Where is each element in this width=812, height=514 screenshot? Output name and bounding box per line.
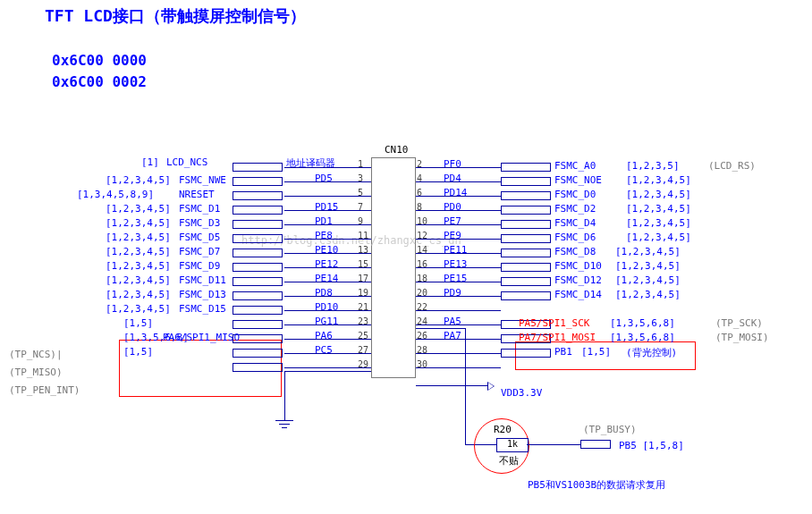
address-1: 0x6C00 0000 (52, 52, 147, 69)
right-signal-18: FSMC_D12 (554, 274, 602, 286)
left-pinnum-23: 23 (358, 316, 368, 326)
right-sheets-20: [1,2,3,4,5] (615, 289, 681, 300)
right-sheets-26: [1,3,5,6,8] (610, 332, 675, 343)
left-port-25 (233, 334, 283, 343)
left-bus-17: [1,2,3,4,5] (106, 274, 171, 286)
right-signal-16: FSMC_D10 (554, 260, 602, 272)
right-port-4 (501, 177, 551, 186)
left-lcd-ncs-signal: LCD_NCS (166, 156, 207, 168)
tp-pen-int-label: (TP_PEN_INT) (9, 384, 80, 396)
schematic-canvas: TFT LCD接口（带触摸屏控制信号） 0x6C00 0000 0x6C00 0… (0, 0, 812, 514)
r20-refdes: R20 (494, 424, 512, 435)
left-bus-13: [1,2,3,4,5] (106, 246, 171, 257)
right-net-16: PE13 (444, 258, 468, 270)
right-port-16 (501, 263, 551, 272)
right-pinnum-18: 18 (417, 274, 427, 283)
right-pinnum-20: 20 (417, 288, 427, 298)
left-signal-17: FSMC_D11 (179, 274, 226, 286)
right-port-28 (501, 349, 551, 358)
left-port-7 (233, 206, 283, 215)
right-pinnum-2: 2 (417, 159, 422, 169)
right-signal-20: FSMC_D14 (554, 289, 602, 300)
right-pinnum-26: 26 (417, 331, 427, 341)
tp-busy-port (580, 440, 611, 449)
left-port-15 (233, 263, 283, 272)
left-net-17: PE14 (315, 273, 339, 284)
left-net-9: PD1 (315, 215, 333, 227)
right-signal-2: FSMC_A0 (554, 160, 596, 172)
right-signal-6: FSMC_D0 (554, 189, 596, 200)
left-bus-21: [1,2,3,4,5] (106, 303, 171, 315)
left-net-19: PD8 (315, 287, 333, 299)
vdd-label: VDD3.3V (501, 387, 542, 399)
left-net-3: PD5 (315, 173, 333, 184)
left-signal-5: NRESET (179, 189, 215, 200)
right-signal-4: FSMC_NOE (554, 174, 602, 186)
right-net-10: PE7 (444, 215, 461, 227)
right-wire-30 (416, 367, 501, 368)
right-signal-26: PA7/SPI1_MOSI (519, 332, 596, 343)
power-arrow-icon (487, 382, 495, 391)
left-port-21 (233, 306, 283, 315)
left-signal-21: FSMC_D15 (179, 303, 226, 315)
right-signal-14: FSMC_D8 (554, 246, 596, 257)
right-net-18: PE15 (444, 273, 468, 284)
left-port-19 (233, 291, 283, 300)
left-net-25: PA6 (315, 330, 333, 341)
left-signal-15: FSMC_D9 (179, 260, 220, 272)
right-port-12 (501, 234, 551, 243)
left-net-27: PC5 (315, 344, 333, 356)
right-signal-8: FSMC_D2 (554, 203, 596, 215)
right-extra-28: (背光控制) (626, 346, 677, 359)
right-pinnum-24: 24 (417, 316, 427, 326)
right-pinnum-14: 14 (417, 245, 427, 255)
right-net-4: PD4 (444, 173, 461, 184)
right-net-20: PD9 (444, 287, 461, 299)
address-2: 0x6C00 0002 (52, 73, 147, 90)
left-bus-5: [1,3,4,5,8,9] (77, 189, 154, 200)
left-port-23 (233, 320, 283, 329)
left-net-21: PD10 (315, 301, 339, 313)
left-port-29 (233, 363, 283, 372)
right-sheets-4: [1,2,3,4,5] (626, 174, 691, 186)
left-port-11 (233, 234, 283, 243)
left-pinnum-21: 21 (358, 302, 368, 312)
left-pinnum-25: 25 (358, 331, 368, 341)
page-title: TFT LCD接口（带触摸屏控制信号） (45, 5, 306, 27)
left-bus-9: [1,2,3,4,5] (106, 217, 171, 229)
right-extra-26: (TP_MOSI) (715, 332, 769, 343)
left-pinnum-27: 27 (358, 345, 368, 355)
left-pinnum-29: 29 (358, 359, 368, 369)
left-net-15: PE12 (315, 258, 339, 270)
left-pinnum-13: 13 (358, 245, 368, 255)
tp-busy-label: (TP_BUSY) (583, 424, 637, 435)
right-sheets-12: [1,2,3,4,5] (626, 232, 691, 243)
left-lcd-ncs-sheets: [1] (141, 156, 159, 168)
right-pinnum-30: 30 (417, 359, 427, 369)
left-bus-11: [1,2,3,4,5] (106, 232, 171, 243)
left-bus-23: [1,5] (123, 317, 153, 329)
right-sheets-28: [1,5] (581, 346, 611, 358)
wire-pin30-h (416, 385, 487, 386)
left-signal-13: FSMC_D7 (179, 246, 220, 257)
right-port-20 (501, 291, 551, 300)
wire-pin22-h (416, 328, 465, 329)
right-signal-24: PA5/SPI1_SCK (519, 317, 589, 329)
left-signal-7: FSMC_D1 (179, 203, 220, 215)
right-pinnum-28: 28 (417, 345, 427, 355)
r20-body: 1k (496, 438, 529, 452)
left-pinnum-7: 7 (358, 202, 363, 212)
left-port-17 (233, 277, 283, 286)
left-net-7: PD15 (315, 201, 339, 213)
left-signal-11: FSMC_D5 (179, 232, 220, 243)
left-port-1 (233, 163, 283, 172)
right-sheets-6: [1,2,3,4,5] (626, 189, 691, 200)
tp-ncs-label: (TP_NCS)| (9, 349, 63, 360)
left-bus-7: [1,2,3,4,5] (106, 203, 171, 215)
left-signal-9: FSMC_D3 (179, 217, 220, 229)
right-sheets-14: [1,2,3,4,5] (615, 246, 681, 257)
wire-pin22-v (465, 328, 466, 444)
right-wire-22 (416, 310, 501, 311)
left-pinnum-17: 17 (358, 274, 368, 283)
left-port-13 (233, 249, 283, 257)
